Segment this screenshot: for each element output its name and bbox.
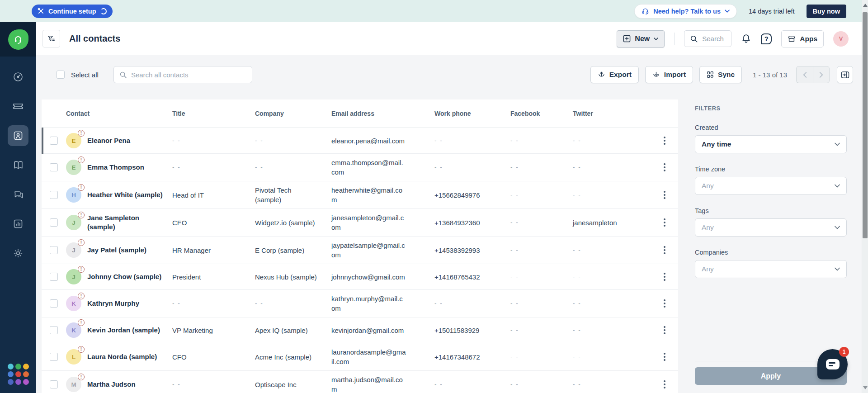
previous-page-button[interactable] xyxy=(796,66,813,83)
sidebar-item-settings[interactable] xyxy=(8,243,28,264)
funnel-filter-icon xyxy=(47,34,56,43)
column-header-work-phone[interactable]: Work phone xyxy=(434,110,510,117)
page-scrollbar[interactable] xyxy=(862,0,868,393)
column-header-facebook[interactable]: Facebook xyxy=(510,110,573,117)
list-toolbar: Select all xyxy=(42,55,853,99)
scrollbar-up-arrow-icon[interactable] xyxy=(863,4,868,7)
column-header-email-address[interactable]: Email address xyxy=(331,110,434,117)
filter-select-tags[interactable]: Any xyxy=(695,218,847,237)
filter-select-value: Any xyxy=(702,182,714,190)
sidebar-item-contacts[interactable] xyxy=(8,125,28,146)
contact-name[interactable]: Jane Sampleton (sample) xyxy=(87,213,163,232)
table-row[interactable]: J ! Johnny Chow (sample) President Nexus… xyxy=(42,264,678,290)
scrollbar-thumb[interactable] xyxy=(863,12,868,238)
import-button[interactable]: Import xyxy=(645,66,693,83)
view-filter-button[interactable] xyxy=(42,30,60,47)
new-button[interactable]: New xyxy=(617,30,665,47)
cell-twitter: - - xyxy=(573,353,651,361)
contact-name[interactable]: Jay Patel (sample) xyxy=(87,246,146,255)
column-header-twitter[interactable]: Twitter xyxy=(573,110,651,117)
row-menu-button[interactable] xyxy=(651,298,678,309)
chat-launcher-button[interactable]: 1 xyxy=(817,349,848,379)
row-menu-button[interactable] xyxy=(651,271,678,283)
cell-company: - - xyxy=(255,299,323,308)
kebab-icon xyxy=(662,351,667,363)
app-switcher-grid-icon[interactable] xyxy=(8,364,29,385)
row-checkbox[interactable] xyxy=(50,137,58,145)
row-checkbox[interactable] xyxy=(50,273,58,281)
contact-name[interactable]: Johnny Chow (sample) xyxy=(87,272,161,281)
column-header-title[interactable]: Title xyxy=(172,110,255,117)
row-checkbox[interactable] xyxy=(50,299,58,308)
row-menu-button[interactable] xyxy=(651,379,678,390)
warning-badge-icon: ! xyxy=(78,319,85,326)
row-checkbox[interactable] xyxy=(50,191,58,199)
row-checkbox[interactable] xyxy=(50,326,58,334)
sidebar-item-analytics[interactable] xyxy=(8,213,28,234)
help-button[interactable]: ? xyxy=(761,33,772,44)
row-checkbox[interactable] xyxy=(50,353,58,361)
row-menu-button[interactable] xyxy=(651,189,678,201)
row-menu-button[interactable] xyxy=(651,161,678,173)
row-menu-button[interactable] xyxy=(651,351,678,363)
row-checkbox[interactable] xyxy=(50,246,58,254)
apps-button[interactable]: Apps xyxy=(781,30,824,47)
app-dot xyxy=(15,364,21,369)
row-checkbox[interactable] xyxy=(50,163,58,171)
select-all-checkbox[interactable] xyxy=(57,71,65,79)
contact-name[interactable]: Eleanor Pena xyxy=(87,136,130,145)
column-header-company[interactable]: Company xyxy=(255,110,331,117)
sidebar-item-dashboard[interactable] xyxy=(8,66,28,87)
settings-icon xyxy=(13,248,24,259)
row-menu-button[interactable] xyxy=(651,135,678,147)
table-row[interactable]: J ! Jane Sampleton (sample) CEO Widgetz.… xyxy=(42,209,678,237)
contact-name[interactable]: Kathryn Murphy xyxy=(87,299,139,308)
user-avatar[interactable]: V xyxy=(833,31,849,47)
app-dot xyxy=(8,379,14,385)
contact-name[interactable]: Kevin Jordan (sample) xyxy=(87,326,160,335)
sidebar-item-knowledge-base[interactable] xyxy=(8,155,28,175)
cell-title: VP Marketing xyxy=(172,326,255,335)
table-row[interactable]: J ! Jay Patel (sample) HR Manager E Corp… xyxy=(42,237,678,264)
cell-twitter: - - xyxy=(573,163,651,172)
notifications-button[interactable] xyxy=(741,33,751,44)
row-checkbox[interactable] xyxy=(50,218,58,227)
scrollbar-down-arrow-icon[interactable] xyxy=(863,386,868,389)
row-menu-button[interactable] xyxy=(651,244,678,256)
contact-name[interactable]: Emma Thompson xyxy=(87,163,144,172)
collapse-panel-button[interactable] xyxy=(837,66,853,83)
column-header-contact[interactable]: Contact xyxy=(66,110,172,117)
row-menu-button[interactable] xyxy=(651,217,678,228)
dashboard-icon xyxy=(13,71,24,82)
panel-right-icon xyxy=(841,71,849,79)
filter-select-time-zone[interactable]: Any xyxy=(695,177,847,195)
filter-select-companies[interactable]: Any xyxy=(695,260,847,278)
row-checkbox[interactable] xyxy=(50,380,58,388)
buy-now-button[interactable]: Buy now xyxy=(807,5,846,18)
warning-badge-icon: ! xyxy=(78,130,85,137)
contacts-search-input[interactable] xyxy=(131,71,246,79)
continue-setup-button[interactable]: Continue setup xyxy=(32,5,113,18)
contact-name[interactable]: Martha Judson xyxy=(87,380,136,389)
row-menu-button[interactable] xyxy=(651,324,678,336)
need-help-button[interactable]: Need help? Talk to us xyxy=(634,4,737,19)
table-row[interactable]: K ! Kevin Jordan (sample) VP Marketing A… xyxy=(42,317,678,343)
table-row[interactable]: L ! Laura Norda (sample) CFO Acme Inc (s… xyxy=(42,343,678,371)
table-row[interactable]: K ! Kathryn Murphy - - - - kathryn.murph… xyxy=(42,290,678,317)
global-search-button[interactable]: Search xyxy=(684,30,731,47)
filter-select-created[interactable]: Any time xyxy=(695,135,847,153)
kebab-icon xyxy=(662,135,667,147)
sidebar-item-conversations[interactable] xyxy=(8,184,28,205)
sidebar-item-tickets[interactable] xyxy=(8,96,28,117)
freshworks-logo-block[interactable] xyxy=(0,22,36,57)
cell-title: - - xyxy=(172,380,255,389)
table-row[interactable]: M ! Martha Judson - - Optiscape Inc mart… xyxy=(42,371,678,393)
contact-name[interactable]: Heather White (sample) xyxy=(87,190,163,199)
table-row[interactable]: E ! Emma Thompson - - - - emma.thompson@… xyxy=(42,154,678,181)
table-row[interactable]: E ! Eleanor Pena - - - - eleanor.pena@ma… xyxy=(42,128,678,154)
sync-button[interactable]: Sync xyxy=(699,66,742,83)
table-row[interactable]: H ! Heather White (sample) Head of IT Pi… xyxy=(42,181,678,209)
contact-name[interactable]: Laura Norda (sample) xyxy=(87,352,157,361)
export-button[interactable]: Export xyxy=(590,66,639,83)
next-page-button[interactable] xyxy=(813,66,830,83)
